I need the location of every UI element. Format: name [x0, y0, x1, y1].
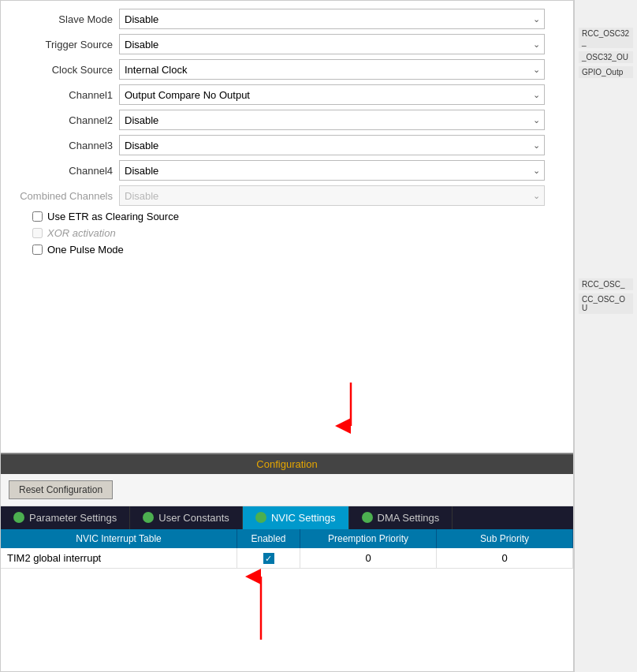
channel4-row: Channel4 Disable ⌄ — [17, 160, 557, 181]
sidebar-item-2: _OSC32_OU — [579, 51, 633, 63]
trigger-source-select-wrapper: Disable ⌄ — [119, 34, 545, 54]
preemption-priority-value: 0 — [300, 548, 437, 569]
header-sub-priority: Sub Priority — [437, 529, 573, 548]
combined-channels-select-wrapper: Disable ⌄ — [119, 185, 545, 206]
clock-source-select-wrapper: Internal Clock ⌄ — [119, 59, 545, 80]
sidebar-item-3: GPIO_Outp — [579, 66, 633, 78]
configuration-section: Configuration Reset Configuration Parame… — [1, 453, 573, 672]
sidebar-item-5: CC_OSC_OU — [579, 293, 633, 314]
tab-parameter-icon — [13, 512, 24, 523]
header-enabled: Enabled — [237, 529, 300, 548]
one-pulse-label: One Pulse Mode — [47, 244, 124, 256]
xor-activation-label: XOR activation — [47, 227, 116, 239]
channel4-label: Channel4 — [17, 165, 119, 177]
channel1-label: Channel1 — [17, 89, 119, 101]
tab-user-constants-label: User Constants — [158, 512, 229, 524]
reset-configuration-button[interactable]: Reset Configuration — [9, 480, 113, 499]
one-pulse-checkbox[interactable] — [32, 245, 43, 255]
clock-source-label: Clock Source — [17, 64, 119, 76]
tab-dma-settings[interactable]: DMA Settings — [349, 506, 453, 529]
interrupt-enabled-checkbox[interactable]: ✓ — [263, 553, 274, 564]
interrupt-enabled-cell: ✓ — [237, 548, 300, 569]
clock-source-row: Clock Source Internal Clock ⌄ — [17, 59, 557, 80]
header-preemption-priority: Preemption Priority — [300, 529, 437, 548]
configuration-header: Configuration — [1, 454, 573, 474]
tab-parameter-label: Parameter Settings — [29, 512, 117, 524]
channel2-label: Channel2 — [17, 114, 119, 126]
channel3-label: Channel3 — [17, 140, 119, 151]
config-tabs: Parameter Settings User Constants NVIC S… — [1, 506, 573, 529]
tab-nvic-label: NVIC Settings — [271, 512, 336, 524]
sidebar-item-1: RCC_OSC32_ — [579, 28, 633, 48]
channel2-row: Channel2 Disable ⌄ — [17, 110, 557, 130]
channel1-select[interactable]: Output Compare No Output — [119, 84, 545, 105]
tab-nvic-settings[interactable]: NVIC Settings — [243, 506, 349, 529]
combined-channels-select[interactable]: Disable — [119, 185, 545, 206]
tab-user-constants[interactable]: User Constants — [130, 506, 243, 529]
interrupt-name: TIM2 global interrupt — [1, 548, 237, 569]
tab-dma-label: DMA Settings — [378, 512, 440, 524]
trigger-source-row: Trigger Source Disable ⌄ — [17, 34, 557, 54]
slave-mode-select[interactable]: Disable — [119, 9, 545, 29]
tab-nvic-icon — [255, 512, 266, 523]
channel1-row: Channel1 Output Compare No Output ⌄ — [17, 84, 557, 105]
table-row: TIM2 global interrupt ✓ 0 0 — [1, 548, 573, 569]
use-etr-checkbox[interactable] — [32, 211, 43, 222]
xor-activation-checkbox[interactable] — [32, 228, 43, 238]
trigger-source-label: Trigger Source — [17, 39, 119, 50]
channel2-select[interactable]: Disable — [119, 110, 545, 130]
channel2-select-wrapper: Disable ⌄ — [119, 110, 545, 130]
use-etr-label: Use ETR as Clearing Source — [47, 211, 179, 222]
channel3-select-wrapper: Disable ⌄ — [119, 135, 545, 155]
configuration-title: Configuration — [256, 458, 317, 470]
combined-channels-label: Combined Channels — [17, 190, 119, 202]
tab-dma-icon — [362, 512, 373, 523]
slave-mode-row: Slave Mode Disable ⌄ — [17, 9, 557, 29]
channel4-select-wrapper: Disable ⌄ — [119, 160, 545, 181]
nvic-table-header: NVIC Interrupt Table Enabled Preemption … — [1, 529, 573, 548]
right-sidebar: RCC_OSC32_ _OSC32_OU GPIO_Outp RCC_OSC_ … — [574, 0, 637, 672]
clock-source-select[interactable]: Internal Clock — [119, 59, 545, 80]
channel3-row: Channel3 Disable ⌄ — [17, 135, 557, 155]
slave-mode-select-wrapper: Disable ⌄ — [119, 9, 545, 29]
red-arrow-up-checkbox — [245, 569, 277, 648]
trigger-source-select[interactable]: Disable — [119, 34, 545, 54]
tab-parameter-settings[interactable]: Parameter Settings — [1, 506, 130, 529]
channel4-select[interactable]: Disable — [119, 160, 545, 181]
sub-priority-value: 0 — [437, 548, 573, 569]
tab-user-constants-icon — [143, 512, 154, 523]
sidebar-item-4: RCC_OSC_ — [579, 278, 633, 290]
use-etr-row: Use ETR as Clearing Source — [17, 211, 557, 222]
one-pulse-row: One Pulse Mode — [17, 244, 557, 256]
channel1-select-wrapper: Output Compare No Output ⌄ — [119, 84, 545, 105]
config-toolbar: Reset Configuration — [1, 474, 573, 506]
header-nvic-interrupt: NVIC Interrupt Table — [1, 529, 237, 548]
arrows-area — [1, 569, 573, 671]
xor-activation-row: XOR activation — [17, 227, 557, 239]
channel3-select[interactable]: Disable — [119, 135, 545, 155]
combined-channels-row: Combined Channels Disable ⌄ — [17, 185, 557, 206]
slave-mode-label: Slave Mode — [17, 13, 119, 25]
